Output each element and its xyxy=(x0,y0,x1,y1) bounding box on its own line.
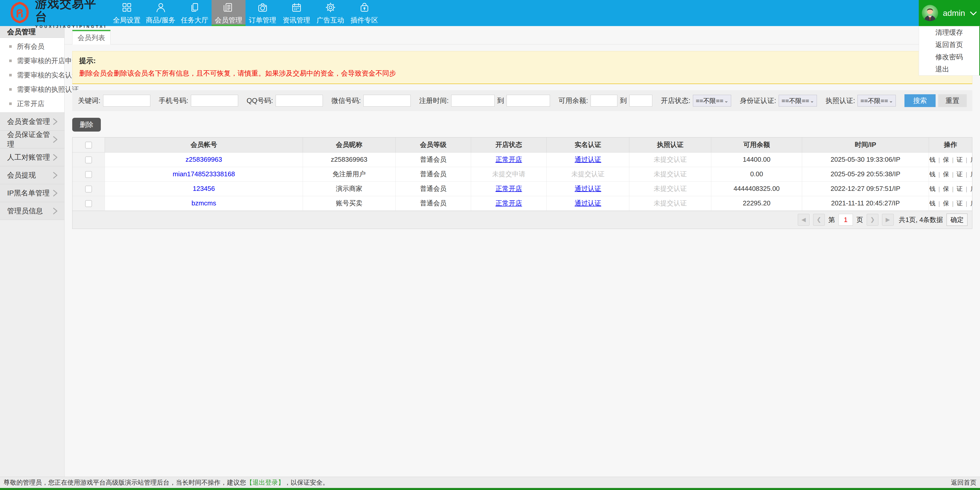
action-link-后台[interactable]: 后台 xyxy=(970,156,972,163)
action-link-钱[interactable]: 钱 xyxy=(929,185,935,192)
account-link[interactable]: 123456 xyxy=(192,185,215,192)
sidebar-section-manual-reconciliation[interactable]: 人工对账管理 xyxy=(0,148,64,166)
action-link-保[interactable]: 保 xyxy=(943,200,949,207)
tab-member-list[interactable]: 会员列表 xyxy=(72,30,110,45)
phone-label: 手机号码: xyxy=(159,96,188,105)
regtime-from-input[interactable] xyxy=(451,95,495,107)
status-text[interactable]: 正常开店 xyxy=(496,156,522,163)
separator: ｜ xyxy=(950,171,956,177)
action-link-后台[interactable]: 后台 xyxy=(970,200,972,207)
account-link[interactable]: mian1748523338168 xyxy=(172,170,235,178)
pagination-confirm-button[interactable]: 确定 xyxy=(947,214,967,226)
status-text[interactable]: 正常开店 xyxy=(496,199,522,207)
qq-label: QQ号码: xyxy=(247,96,273,105)
action-link-证[interactable]: 证 xyxy=(956,171,963,177)
license-auth-select[interactable]: ==不限== ⌄ xyxy=(858,95,896,107)
separator: ｜ xyxy=(964,171,969,177)
sidebar-section-member-withdrawal[interactable]: 会员提现 xyxy=(0,166,64,184)
sidebar-item-label: 正常开店 xyxy=(17,99,45,109)
page-input[interactable] xyxy=(838,214,853,226)
first-page-button[interactable]: ◀ xyxy=(798,214,810,226)
nav-item-global-settings[interactable]: 全局设置 xyxy=(110,0,144,26)
action-link-保[interactable]: 保 xyxy=(943,156,949,163)
action-link-保[interactable]: 保 xyxy=(943,171,949,177)
reset-button[interactable]: 重置 xyxy=(938,94,967,107)
status-text[interactable]: 通过认证 xyxy=(575,156,601,163)
regtime-to-input[interactable] xyxy=(507,95,550,107)
shop-status-select[interactable]: ==不限== ⌄ xyxy=(693,95,731,107)
sidebar-item-all-members[interactable]: 所有会员 xyxy=(0,39,64,54)
user-menu-item-change-password[interactable]: 修改密码 xyxy=(919,51,979,63)
phone-input[interactable] xyxy=(191,95,238,107)
account-link[interactable]: bzmcms xyxy=(191,199,216,207)
level-cell: 普通会员 xyxy=(395,167,471,181)
action-link-钱[interactable]: 钱 xyxy=(929,156,935,163)
column-header: 实名认证 xyxy=(547,137,629,152)
sidebar-section-ip-blacklist[interactable]: IP黑名单管理 xyxy=(0,184,64,202)
nav-item-task-hall[interactable]: 任务大厅 xyxy=(178,0,212,26)
sidebar-section-member-deposit[interactable]: 会员保证金管理 xyxy=(0,131,64,148)
action-link-保[interactable]: 保 xyxy=(943,185,949,192)
footer: 尊敬的管理员，您正在使用游戏平台高级版演示站管理后台，当长时间不操作，建议您 【… xyxy=(0,477,980,488)
nav-item-goods-services[interactable]: 商品/服务 xyxy=(144,0,178,26)
footer-logout-link[interactable]: 【退出登录】 xyxy=(246,478,284,487)
sidebar-section-member-funds[interactable]: 会员资金管理 xyxy=(0,113,64,131)
nav-item-plugin-zone[interactable]: 插件专区 xyxy=(347,0,381,26)
prev-page-button[interactable]: ❮ xyxy=(813,214,825,226)
sidebar-item-pending-shop-applications[interactable]: 需要审核的开店申请 xyxy=(0,54,64,68)
nav-item-member-management[interactable]: 会员管理 xyxy=(212,0,245,26)
action-link-钱[interactable]: 钱 xyxy=(929,200,935,207)
keyword-input[interactable] xyxy=(103,95,150,107)
user-menu-trigger[interactable]: admin xyxy=(919,0,980,26)
nav-item-news-management[interactable]: 资讯管理 xyxy=(280,0,313,26)
sidebar: 会员管理所有会员需要审核的开店申请需要审核的实名认证需要审核的执照认证正常开店会… xyxy=(0,26,65,477)
license-auth-cell: 未提交认证 xyxy=(629,181,711,196)
balance-to-input[interactable] xyxy=(629,95,652,107)
nav-item-label: 会员管理 xyxy=(215,16,242,25)
action-link-证[interactable]: 证 xyxy=(956,185,963,192)
row-checkbox[interactable] xyxy=(85,156,92,163)
select-all-checkbox[interactable] xyxy=(85,142,92,148)
user-menu-item-back-home[interactable]: 返回首页 xyxy=(919,38,979,51)
footer-home-link[interactable]: 返回首页 xyxy=(951,478,977,487)
status-text[interactable]: 正常开店 xyxy=(496,185,522,192)
footer-text-after: ，以保证安全。 xyxy=(284,478,329,487)
last-page-button[interactable]: ▶ xyxy=(882,214,894,226)
sidebar-section-admin-info[interactable]: 管理员信息 xyxy=(0,202,64,220)
bullet-icon xyxy=(9,59,12,62)
chevron-right-icon xyxy=(52,153,58,161)
nav-item-label: 订单管理 xyxy=(249,16,277,25)
sidebar-item-pending-license-auth[interactable]: 需要审核的执照认证 xyxy=(0,82,64,97)
grid-icon xyxy=(121,2,133,13)
nav-item-ad-interaction[interactable]: 广告互动 xyxy=(313,0,347,26)
action-link-证[interactable]: 证 xyxy=(956,156,963,163)
action-link-后台[interactable]: 后台 xyxy=(970,171,972,177)
tab-bar: 会员列表 xyxy=(65,26,980,45)
user-menu-item-logout[interactable]: 退出 xyxy=(919,63,979,75)
id-auth-select[interactable]: ==不限== ⌄ xyxy=(779,95,817,107)
nav-item-label: 广告互动 xyxy=(317,16,344,25)
balance-from-input[interactable] xyxy=(590,95,617,107)
shop-status-cell: 正常开店 xyxy=(471,196,547,211)
account-link[interactable]: z258369963 xyxy=(186,156,222,163)
qq-input[interactable] xyxy=(275,95,323,107)
action-link-后台[interactable]: 后台 xyxy=(970,185,972,192)
wechat-input[interactable] xyxy=(363,95,410,107)
sidebar-item-normal-shops[interactable]: 正常开店 xyxy=(0,97,64,111)
row-checkbox[interactable] xyxy=(85,200,92,207)
status-text[interactable]: 通过认证 xyxy=(575,185,601,192)
next-page-button[interactable]: ❯ xyxy=(867,214,878,226)
user-menu-item-clear-cache[interactable]: 清理缓存 xyxy=(919,26,979,38)
row-checkbox[interactable] xyxy=(85,171,92,178)
sidebar-item-pending-realname-auth[interactable]: 需要审核的实名认证 xyxy=(0,68,64,82)
status-text: 未提交认证 xyxy=(654,185,687,192)
delete-button[interactable]: 删除 xyxy=(72,118,101,132)
row-checkbox[interactable] xyxy=(85,186,92,192)
user-dropdown-menu: 清理缓存返回首页修改密码退出 xyxy=(919,26,980,76)
nav-item-order-management[interactable]: 订单管理 xyxy=(245,0,280,26)
action-link-证[interactable]: 证 xyxy=(956,200,963,207)
status-text[interactable]: 通过认证 xyxy=(575,199,601,207)
search-button[interactable]: 搜索 xyxy=(904,94,935,107)
action-link-钱[interactable]: 钱 xyxy=(929,171,935,177)
chevron-right-icon xyxy=(52,171,58,179)
